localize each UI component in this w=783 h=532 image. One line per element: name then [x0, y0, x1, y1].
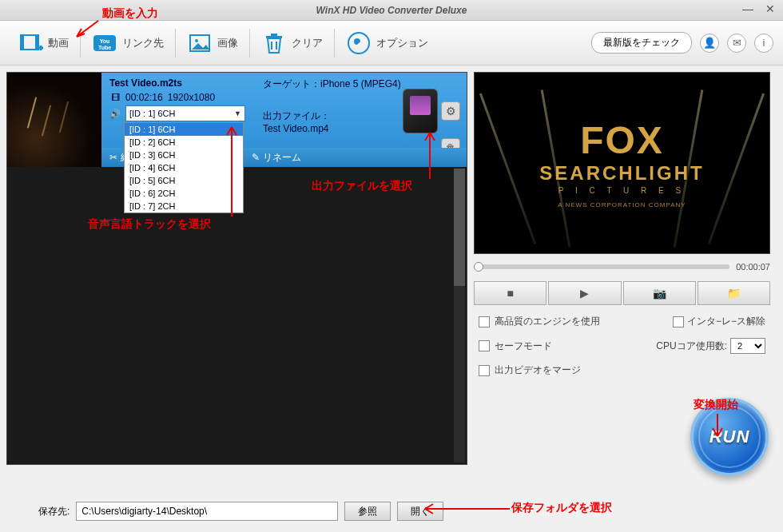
scissors-icon: ✂	[109, 152, 117, 163]
separator	[249, 29, 250, 58]
preview-logo-fox: FOX	[539, 118, 704, 162]
svg-rect-10	[266, 36, 282, 38]
titlebar: WinX HD Video Converter Deluxe — ✕	[0, 0, 783, 21]
chevron-down-icon: ▼	[234, 109, 241, 117]
app-title: WinX HD Video Converter Deluxe	[316, 5, 467, 16]
play-button[interactable]: ▶	[548, 281, 621, 305]
hq-engine-label: 高品質のエンジンを使用	[495, 315, 600, 328]
image-button[interactable]: 画像	[179, 26, 246, 61]
add-video-button[interactable]: 動画	[10, 26, 77, 61]
window-controls: — ✕	[741, 3, 777, 16]
minimize-button[interactable]: —	[741, 3, 754, 16]
audio-selected-value: [ID : 1] 6CH	[129, 109, 175, 118]
video-thumbnail[interactable]	[7, 73, 101, 167]
output-preset-button[interactable]	[403, 89, 438, 133]
wrench-icon	[346, 30, 372, 56]
svg-text:Tube: Tube	[98, 45, 111, 50]
output-info: 出力ファイル： Test Video.mp4	[263, 109, 330, 135]
audio-option[interactable]: [ID : 5] 6CH	[125, 174, 243, 187]
link-label: リンク先	[122, 36, 164, 50]
run-button[interactable]: RUN	[690, 398, 769, 476]
seek-bar[interactable]	[474, 264, 729, 269]
cpu-cores-select[interactable]: 2	[730, 338, 765, 354]
audio-option[interactable]: [ID : 7] 2CH	[125, 200, 243, 212]
rename-button[interactable]: ✎ リネーム	[252, 151, 301, 165]
audio-track-select[interactable]: [ID : 1] 6CH ▼	[125, 105, 245, 121]
svg-rect-11	[271, 34, 277, 36]
options-button[interactable]: オプション	[338, 26, 436, 61]
safe-mode-label: セーフモード	[495, 339, 552, 353]
browse-button[interactable]: 参照	[344, 502, 391, 521]
snapshot-button[interactable]: 📷	[623, 281, 696, 305]
info-icon[interactable]: i	[754, 34, 773, 53]
clear-button[interactable]: クリア	[253, 26, 331, 61]
youtube-icon: YouTube	[92, 30, 117, 56]
svg-text:You: You	[100, 38, 110, 44]
video-resolution: 1920x1080	[168, 92, 215, 103]
mail-icon[interactable]: ✉	[727, 34, 746, 53]
svg-rect-1	[21, 35, 24, 50]
speaker-icon: 🔊	[109, 109, 121, 119]
run-label: RUN	[709, 427, 750, 447]
preview-logo-searchlight: SEARCHLIGHT	[539, 162, 704, 185]
audio-option[interactable]: [ID : 2] 6CH	[125, 136, 243, 149]
image-label: 画像	[217, 36, 238, 50]
account-icon[interactable]: 👤	[700, 34, 719, 53]
merge-checkbox[interactable]	[479, 365, 490, 376]
deinterlace-checkbox[interactable]	[673, 316, 684, 328]
audio-track-dropdown: [ID : 1] 6CH [ID : 2] 6CH [ID : 3] 6CH […	[124, 122, 244, 213]
annotation-select-folder: 保存フォルダを選択	[511, 501, 612, 515]
open-button[interactable]: 開く	[397, 502, 443, 521]
preview-logo-pictures: P I C T U R E S	[539, 186, 704, 195]
deinterlace-label: インタ−レ−ス解除	[687, 315, 765, 328]
merge-label: 出力ビデオをマージ	[495, 363, 581, 377]
cpu-cores-label: CPUコア使用数:	[656, 339, 727, 353]
save-to-label: 保存先:	[38, 505, 70, 518]
settings-button[interactable]: ⚙	[441, 101, 460, 121]
folder-button[interactable]: 📁	[698, 281, 770, 305]
playback-time: 00:00:07	[736, 262, 770, 272]
pencil-icon: ✎	[252, 152, 260, 163]
film-icon: 🎞	[109, 93, 121, 102]
audio-option[interactable]: [ID : 3] 6CH	[125, 149, 243, 161]
separator	[80, 29, 81, 58]
audio-option[interactable]: [ID : 1] 6CH	[125, 123, 243, 136]
main-toolbar: 動画 YouTube リンク先 画像 クリア オプション 最新版をチェック 👤 …	[0, 21, 783, 66]
trash-icon	[261, 30, 287, 56]
safe-mode-checkbox[interactable]	[479, 340, 490, 351]
separator	[334, 29, 335, 58]
audio-option[interactable]: [ID : 6] 2CH	[125, 187, 243, 200]
check-update-button[interactable]: 最新版をチェック	[591, 32, 692, 54]
video-list: Test Video.m2ts 🎞 00:02:16 1920x1080 🔊 […	[6, 72, 467, 465]
image-icon	[187, 30, 213, 56]
options-label: オプション	[376, 36, 428, 50]
target-info: ターゲット：iPhone 5 (MPEG4)	[263, 77, 401, 91]
preview-logo-corp: A NEWS CORPORATION COMPANY	[539, 201, 704, 208]
audio-option[interactable]: [ID : 4] 6CH	[125, 161, 243, 174]
svg-rect-2	[35, 35, 38, 50]
list-scrollbar[interactable]	[454, 169, 465, 463]
output-path-input[interactable]	[76, 502, 338, 521]
close-button[interactable]: ✕	[764, 3, 777, 16]
video-duration: 00:02:16	[125, 92, 163, 103]
add-video-label: 動画	[48, 36, 69, 50]
film-plus-icon	[18, 30, 43, 56]
hq-engine-checkbox[interactable]	[479, 316, 490, 328]
stop-button[interactable]: ■	[474, 281, 547, 305]
separator	[175, 29, 176, 58]
preview-panel: FOX SEARCHLIGHT P I C T U R E S A NEWS C…	[474, 72, 770, 254]
clear-label: クリア	[292, 36, 323, 50]
svg-point-9	[195, 39, 198, 42]
youtube-link-button[interactable]: YouTube リンク先	[84, 26, 172, 61]
